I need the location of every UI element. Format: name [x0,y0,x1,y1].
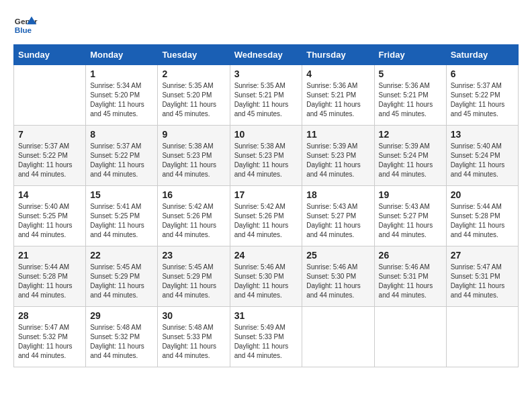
calendar-cell: 1Sunrise: 5:34 AM Sunset: 5:20 PM Daylig… [86,65,158,126]
day-number: 15 [90,189,153,200]
calendar-cell: 27Sunrise: 5:47 AM Sunset: 5:31 PM Dayli… [446,246,518,307]
day-number: 6 [451,68,514,79]
calendar-cell: 26Sunrise: 5:46 AM Sunset: 5:31 PM Dayli… [374,246,446,307]
day-info: Sunrise: 5:37 AM Sunset: 5:22 PM Dayligh… [18,142,81,179]
calendar-cell: 7Sunrise: 5:37 AM Sunset: 5:22 PM Daylig… [14,126,86,186]
day-info: Sunrise: 5:46 AM Sunset: 5:30 PM Dayligh… [306,263,369,300]
day-info: Sunrise: 5:43 AM Sunset: 5:27 PM Dayligh… [306,202,369,240]
calendar-cell [446,307,518,367]
calendar-cell [14,65,86,126]
calendar-header-tuesday: Tuesday [158,45,230,65]
page-header: General Blue [13,13,519,38]
calendar-cell: 15Sunrise: 5:41 AM Sunset: 5:25 PM Dayli… [86,186,158,246]
calendar-cell: 18Sunrise: 5:43 AM Sunset: 5:27 PM Dayli… [302,186,374,246]
calendar-cell [302,307,374,367]
day-number: 8 [90,129,153,140]
day-number: 10 [234,129,298,140]
day-info: Sunrise: 5:40 AM Sunset: 5:24 PM Dayligh… [451,142,514,179]
day-info: Sunrise: 5:38 AM Sunset: 5:23 PM Dayligh… [162,142,225,179]
calendar-cell: 19Sunrise: 5:43 AM Sunset: 5:27 PM Dayli… [374,186,446,246]
day-info: Sunrise: 5:42 AM Sunset: 5:26 PM Dayligh… [162,202,225,240]
day-info: Sunrise: 5:39 AM Sunset: 5:23 PM Dayligh… [306,142,369,179]
calendar-cell: 31Sunrise: 5:49 AM Sunset: 5:33 PM Dayli… [230,307,302,367]
day-info: Sunrise: 5:38 AM Sunset: 5:23 PM Dayligh… [234,142,298,179]
day-number: 26 [379,250,442,261]
day-number: 30 [162,310,225,321]
day-info: Sunrise: 5:39 AM Sunset: 5:24 PM Dayligh… [379,142,442,179]
calendar-week-row: 14Sunrise: 5:40 AM Sunset: 5:25 PM Dayli… [14,186,519,246]
calendar-cell: 5Sunrise: 5:36 AM Sunset: 5:21 PM Daylig… [374,65,446,126]
day-number: 13 [451,129,514,140]
day-number: 5 [379,68,442,79]
day-info: Sunrise: 5:35 AM Sunset: 5:21 PM Dayligh… [234,81,298,119]
day-number: 1 [90,68,153,79]
day-number: 19 [379,189,442,200]
day-number: 4 [306,68,369,79]
day-number: 18 [306,189,369,200]
day-info: Sunrise: 5:37 AM Sunset: 5:22 PM Dayligh… [90,142,153,179]
day-number: 24 [234,250,298,261]
calendar-cell: 11Sunrise: 5:39 AM Sunset: 5:23 PM Dayli… [302,126,374,186]
calendar-cell [374,307,446,367]
calendar-cell: 2Sunrise: 5:35 AM Sunset: 5:20 PM Daylig… [158,65,230,126]
calendar-cell: 8Sunrise: 5:37 AM Sunset: 5:22 PM Daylig… [86,126,158,186]
day-number: 9 [162,129,225,140]
calendar-cell: 30Sunrise: 5:48 AM Sunset: 5:33 PM Dayli… [158,307,230,367]
day-number: 28 [18,310,81,321]
calendar-week-row: 28Sunrise: 5:47 AM Sunset: 5:32 PM Dayli… [14,307,519,367]
day-number: 17 [234,189,298,200]
day-number: 14 [18,189,81,200]
day-info: Sunrise: 5:48 AM Sunset: 5:32 PM Dayligh… [90,323,153,361]
day-info: Sunrise: 5:46 AM Sunset: 5:31 PM Dayligh… [379,263,442,300]
calendar-table: SundayMondayTuesdayWednesdayThursdayFrid… [13,44,519,367]
day-info: Sunrise: 5:36 AM Sunset: 5:21 PM Dayligh… [379,81,442,119]
calendar-header-friday: Friday [374,45,446,65]
day-info: Sunrise: 5:43 AM Sunset: 5:27 PM Dayligh… [379,202,442,240]
svg-text:Blue: Blue [15,26,32,34]
day-info: Sunrise: 5:48 AM Sunset: 5:33 PM Dayligh… [162,323,225,361]
calendar-header-monday: Monday [86,45,158,65]
calendar-cell: 4Sunrise: 5:36 AM Sunset: 5:21 PM Daylig… [302,65,374,126]
day-number: 23 [162,250,225,261]
calendar-cell: 25Sunrise: 5:46 AM Sunset: 5:30 PM Dayli… [302,246,374,307]
calendar-cell: 22Sunrise: 5:45 AM Sunset: 5:29 PM Dayli… [86,246,158,307]
logo-icon: General Blue [13,13,38,38]
calendar-cell: 12Sunrise: 5:39 AM Sunset: 5:24 PM Dayli… [374,126,446,186]
calendar-header-thursday: Thursday [302,45,374,65]
calendar-cell: 6Sunrise: 5:37 AM Sunset: 5:22 PM Daylig… [446,65,518,126]
day-number: 11 [306,129,369,140]
calendar-cell: 16Sunrise: 5:42 AM Sunset: 5:26 PM Dayli… [158,186,230,246]
day-number: 16 [162,189,225,200]
day-info: Sunrise: 5:45 AM Sunset: 5:29 PM Dayligh… [90,263,153,300]
day-number: 3 [234,68,298,79]
calendar-cell: 21Sunrise: 5:44 AM Sunset: 5:28 PM Dayli… [14,246,86,307]
day-info: Sunrise: 5:46 AM Sunset: 5:30 PM Dayligh… [234,263,298,300]
calendar-header-row: SundayMondayTuesdayWednesdayThursdayFrid… [14,45,519,65]
calendar-cell: 3Sunrise: 5:35 AM Sunset: 5:21 PM Daylig… [230,65,302,126]
calendar-cell: 23Sunrise: 5:45 AM Sunset: 5:29 PM Dayli… [158,246,230,307]
calendar-cell: 28Sunrise: 5:47 AM Sunset: 5:32 PM Dayli… [14,307,86,367]
day-number: 7 [18,129,81,140]
day-number: 27 [451,250,514,261]
calendar-week-row: 7Sunrise: 5:37 AM Sunset: 5:22 PM Daylig… [14,126,519,186]
calendar-cell: 24Sunrise: 5:46 AM Sunset: 5:30 PM Dayli… [230,246,302,307]
day-info: Sunrise: 5:34 AM Sunset: 5:20 PM Dayligh… [90,81,153,119]
day-number: 20 [451,189,514,200]
day-info: Sunrise: 5:49 AM Sunset: 5:33 PM Dayligh… [234,323,298,361]
day-number: 12 [379,129,442,140]
calendar-header-wednesday: Wednesday [230,45,302,65]
day-number: 31 [234,310,298,321]
calendar-cell: 17Sunrise: 5:42 AM Sunset: 5:26 PM Dayli… [230,186,302,246]
day-info: Sunrise: 5:40 AM Sunset: 5:25 PM Dayligh… [18,202,81,240]
day-number: 21 [18,250,81,261]
day-number: 25 [306,250,369,261]
calendar-week-row: 21Sunrise: 5:44 AM Sunset: 5:28 PM Dayli… [14,246,519,307]
calendar-cell: 13Sunrise: 5:40 AM Sunset: 5:24 PM Dayli… [446,126,518,186]
day-number: 22 [90,250,153,261]
day-info: Sunrise: 5:45 AM Sunset: 5:29 PM Dayligh… [162,263,225,300]
day-info: Sunrise: 5:42 AM Sunset: 5:26 PM Dayligh… [234,202,298,240]
day-info: Sunrise: 5:47 AM Sunset: 5:31 PM Dayligh… [451,263,514,300]
day-number: 29 [90,310,153,321]
day-number: 2 [162,68,225,79]
calendar-header-sunday: Sunday [14,45,86,65]
